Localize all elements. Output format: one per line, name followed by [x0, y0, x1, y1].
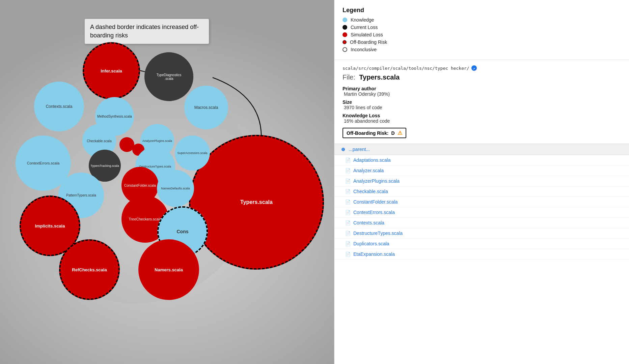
file-icon: 📄 — [345, 158, 351, 163]
file-list-item[interactable]: 📄Checkable.scala — [334, 186, 629, 197]
legend-item-knowledge: Knowledge — [343, 17, 621, 23]
circle-contexts[interactable]: Contexts.scala — [34, 82, 84, 131]
visualization-panel: A dashed border indicates increased off-… — [0, 0, 334, 364]
knowledge-loss-row: Knowledge Loss 16% abandoned code — [343, 113, 621, 124]
file-list-item[interactable]: 📄DestructureTypes.scala — [334, 228, 629, 239]
size-value: 3970 lines of code — [343, 105, 382, 110]
offboarding-risk-grade: D — [391, 130, 394, 136]
legend-item-offboarding: Off-Boarding Risk — [343, 39, 621, 45]
right-panel: Legend Knowledge Current Loss Simulated … — [334, 0, 629, 364]
file-icon: 📄 — [345, 200, 351, 205]
file-icon: 📄 — [345, 220, 351, 225]
legend-dot-simulated-loss — [343, 32, 347, 37]
file-path: scala/src/compiler/scala/tools/nsc/typec… — [343, 65, 621, 71]
file-list-item[interactable]: 📄Contexts.scala — [334, 218, 629, 228]
file-icon: 📄 — [345, 252, 351, 257]
file-list-item[interactable]: 📄ConstantFolder.scala — [334, 197, 629, 207]
file-list-item[interactable]: 📄ContextErrors.scala — [334, 207, 629, 218]
external-link-icon[interactable]: ↗ — [471, 65, 477, 71]
file-section: scala/src/compiler/scala/tools/nsc/typec… — [334, 60, 629, 144]
file-icon: 📄 — [345, 231, 351, 236]
file-list-section: ⊕ ...parent... 📄Adaptations.scala📄Analyz… — [334, 144, 629, 364]
offboarding-risk-label: Off-Boarding Risk: — [347, 130, 388, 136]
legend-item-current-loss: Current Loss — [343, 25, 621, 30]
offboarding-risk-box: Off-Boarding Risk: D ⚠ — [343, 128, 406, 138]
primary-author-row: Primary author Martin Odersky (39%) — [343, 86, 621, 97]
file-path-text: scala/src/compiler/scala/tools/nsc/typec… — [343, 66, 469, 71]
legend-dot-knowledge — [343, 18, 347, 22]
file-list-item[interactable]: 📄EtaExpansion.scala — [334, 249, 629, 260]
file-icon: 📄 — [345, 189, 351, 194]
primary-author-value: Martin Odersky (39%) — [343, 91, 390, 97]
file-icon: 📄 — [345, 210, 351, 215]
folder-icon: ⊕ — [341, 147, 345, 152]
warning-icon: ⚠ — [398, 130, 402, 136]
legend-title: Legend — [343, 7, 621, 14]
file-icon: 📄 — [345, 168, 351, 173]
file-icon: 📄 — [345, 241, 351, 246]
file-name: Typers.scala — [359, 73, 400, 81]
legend-dot-current-loss — [343, 25, 347, 30]
circle-superaccessors[interactable]: SuperAccessors.scala — [175, 135, 210, 171]
callout-box: A dashed border indicates increased off-… — [84, 19, 209, 44]
file-title: File: Typers.scala — [343, 73, 621, 81]
file-list-item[interactable]: 📄AnalyzerPlugins.scala — [334, 176, 629, 186]
file-list-item[interactable]: 📄Duplicators.scala — [334, 239, 629, 249]
legend-dot-offboarding — [343, 40, 347, 44]
circle-infer[interactable]: Infer.scala — [83, 42, 140, 99]
legend-item-inconclusive: Inconclusive — [343, 47, 621, 52]
file-list-item[interactable]: 📄Adaptations.scala — [334, 155, 629, 165]
circle-refchecks[interactable]: RefChecks.scala — [59, 239, 120, 300]
file-list-items: 📄Adaptations.scala📄Analyzer.scala📄Analyz… — [334, 155, 629, 260]
circle-macros[interactable]: Macros.scala — [184, 86, 228, 129]
knowledge-loss-value: 16% abandoned code — [343, 118, 390, 124]
file-list-item[interactable]: 📄Analyzer.scala — [334, 165, 629, 176]
circle-namers[interactable]: Namers.scala — [138, 239, 199, 300]
legend-section: Legend Knowledge Current Loss Simulated … — [334, 0, 629, 60]
circle-namesdefaults[interactable]: NamesDefaults.scala — [157, 170, 194, 207]
legend-item-simulated-loss: Simulated Loss — [343, 32, 621, 37]
parent-label-text: ...parent... — [349, 147, 370, 152]
size-row: Size 3970 lines of code — [343, 99, 621, 110]
legend-dot-inconclusive — [343, 47, 347, 52]
parent-folder-item[interactable]: ⊕ ...parent... — [334, 144, 629, 155]
file-icon: 📄 — [345, 179, 351, 184]
circle-typediagnostics[interactable]: TypeDiagnostics.scala — [144, 52, 193, 101]
